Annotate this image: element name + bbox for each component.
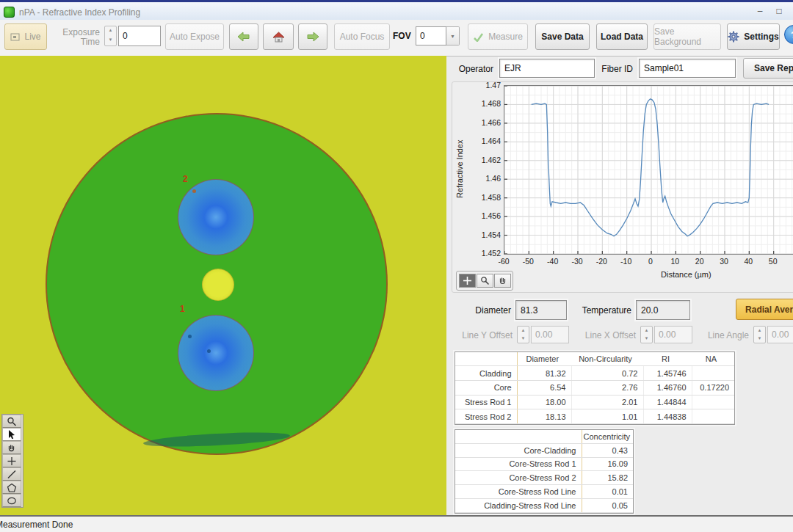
stage-left-button[interactable] [229,23,258,50]
image-speck [192,189,196,193]
value-cell: 1.44844 [643,395,692,409]
spinner-arrows-icon[interactable]: ▲▼ [640,326,653,343]
fov-combo[interactable]: 0 ▼ [416,26,460,45]
spinner-arrows-icon[interactable]: ▲▼ [104,26,117,46]
save-background-button[interactable]: Save Background [653,23,721,50]
x-tick-label: -30 [567,257,587,266]
fov-value[interactable]: 0 [416,26,446,45]
exposure-time-spinner[interactable]: ▲▼ 0 [104,26,161,46]
y-tick-label: 1.468 [464,99,501,108]
core-circle [202,269,234,301]
row-header-cell: Core-Stress Rod 2 [455,471,582,485]
line-angle-value[interactable]: 0.00 [767,326,793,343]
table-row: Stress Rod 218.131.011.44838 [455,409,734,424]
radial-average-button[interactable]: Radial Average [736,299,793,320]
operator-label: Operator [454,64,493,74]
table-row: Stress Rod 118.002.011.44844 [455,395,734,409]
value-cell: 2.76 [571,381,643,396]
value-cell: 1.01 [571,409,643,424]
auto-expose-button[interactable]: Auto Expose [165,23,224,50]
table-row: Cladding-Stress Rod Line0.05 [455,499,633,513]
measure-button[interactable]: Measure [468,23,528,50]
y-tick-label: 1.456 [464,211,501,220]
operator-input[interactable]: EJR [499,59,595,78]
cursor-tool-icon[interactable] [2,428,21,441]
fiber-image-panel[interactable]: 2 1 [0,56,446,515]
graph-zoom-tool-icon[interactable] [477,274,493,288]
chevron-down-icon[interactable]: ▼ [446,26,460,45]
stress-rod-1-label: 1 [180,304,185,314]
x-axis-title: Distance (µm) [661,270,711,279]
value-cell: 0.01 [582,485,633,499]
check-icon [473,32,484,42]
region-tool-icon[interactable] [2,481,21,494]
column-header [455,352,517,366]
graph-tool-palette [456,271,513,291]
fiber-id-input[interactable]: Sample01 [639,59,736,78]
x-tick-label: 40 [738,257,758,266]
y-tick-label: 1.458 [464,193,501,202]
value-cell: 15.82 [582,471,633,485]
oval-tool-icon[interactable] [2,494,21,507]
line-x-offset-spinner[interactable]: ▲▼ 0.00 [640,326,692,343]
column-header: RI [643,352,692,366]
load-data-button[interactable]: Load Data [596,23,648,50]
settings-button[interactable]: Settings [727,23,780,50]
arrow-left-icon [238,32,250,42]
auto-focus-button[interactable]: Auto Focus [334,23,390,50]
value-cell [692,409,734,424]
row-header-cell: Stress Rod 2 [455,409,517,424]
line-y-offset-spinner[interactable]: ▲▼ 0.00 [517,326,569,343]
x-tick-label: 10 [665,257,685,266]
column-header: Concentricity [582,430,633,443]
y-tick-label: 1.464 [464,136,501,145]
gear-icon [728,31,739,43]
close-button[interactable]: × [789,7,793,17]
x-tick-label: 0 [640,257,661,266]
x-tick-label: 50 [763,257,783,266]
zoom-tool-icon[interactable] [2,415,21,428]
line-x-offset-label: Line X Offset [579,330,636,340]
x-tick-label: -40 [543,257,563,266]
app-icon [4,7,15,18]
graph-crosshair-tool-icon[interactable] [459,274,476,288]
point-tool-icon[interactable] [2,454,21,467]
table-row: Core-Stress Rod 215.82 [455,471,633,485]
exposure-time-value[interactable]: 0 [118,26,161,46]
ri-profile-plot[interactable] [504,85,793,255]
maximize-button[interactable]: □ [770,7,789,17]
x-tick-label: -50 [518,257,538,266]
value-cell: 18.13 [517,409,571,424]
stage-right-button[interactable] [298,23,327,50]
window-title: nPA - Refractive Index Profiling [19,7,140,18]
temperature-label: Temperature [568,305,631,316]
live-button[interactable]: Live [4,23,47,50]
line-x-offset-value[interactable]: 0.00 [654,326,692,343]
spinner-arrows-icon[interactable]: ▲▼ [753,326,766,343]
concentricity-table: ConcentricityCore-Cladding0.43Core-Stres… [455,430,633,513]
graph-pan-tool-icon[interactable] [494,274,511,288]
fiber-id-label: Fiber ID [599,64,633,74]
value-cell: 1.45746 [643,366,692,381]
column-header: Diameter [517,352,571,366]
row-header-cell: Core [455,381,517,396]
line-y-offset-label: Line Y Offset [455,330,513,340]
value-cell: 1.44838 [643,409,692,424]
value-cell: 16.09 [582,457,633,471]
line-y-offset-value[interactable]: 0.00 [531,326,569,343]
pan-tool-icon[interactable] [2,441,21,454]
spinner-arrows-icon[interactable]: ▲▼ [517,326,529,343]
line-tool-icon[interactable] [2,467,21,481]
stage-home-button[interactable] [263,23,294,50]
row-header-cell: Cladding-Stress Rod Line [455,499,582,513]
save-report-button[interactable]: Save Report [743,58,793,79]
save-data-button[interactable]: Save Data [535,23,590,50]
line-angle-spinner[interactable]: ▲▼ 0.00 [753,326,793,343]
y-tick-label: 1.46 [464,174,501,183]
stress-rod-2-circle [178,179,254,255]
y-axis-title: Refractive Index [455,94,466,244]
stress-rod-2-label: 2 [183,174,188,184]
concentricity-table-box: ConcentricityCore-Cladding0.43Core-Stres… [455,429,634,514]
minimize-button[interactable]: – [750,7,770,17]
table-row: Cladding81.320.721.45746 [455,366,734,381]
